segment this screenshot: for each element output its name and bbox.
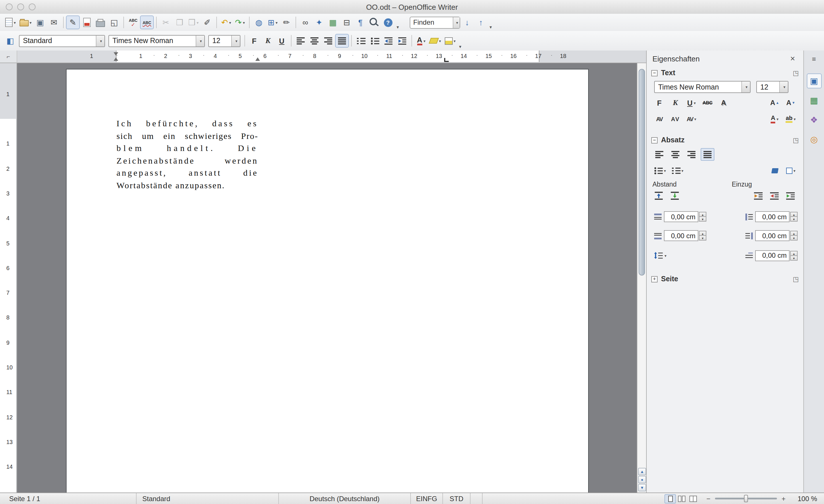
gallery-deck-tab[interactable]: ▦ — [807, 93, 821, 108]
increase-paragraph-spacing-button[interactable] — [652, 189, 666, 202]
edit-file-button[interactable]: ✎ — [66, 15, 80, 29]
view-single-page-button[interactable] — [664, 494, 676, 503]
view-book-button[interactable] — [688, 494, 699, 503]
view-multi-page-button[interactable] — [676, 494, 688, 503]
sidebar-underline-button[interactable]: U ▾ — [685, 96, 698, 109]
document-text[interactable]: Ich befürchte, dass es sich um ein schwi… — [116, 118, 258, 192]
sidebar-align-right-button[interactable] — [685, 148, 698, 161]
styles-deck-tab[interactable]: ❖ — [807, 112, 821, 127]
navigator-button[interactable]: ✦ — [312, 15, 326, 29]
document-page[interactable]: Ich befürchte, dass es sich um ein schwi… — [66, 69, 589, 493]
previous-page-button[interactable]: ▲ — [638, 468, 646, 475]
indent-after-field[interactable]: 0,00 cm — [755, 230, 790, 241]
align-center-button[interactable] — [308, 34, 321, 47]
toolbar-options-button[interactable]: ▾ — [397, 25, 399, 30]
sidebar-italic-button[interactable]: K — [668, 96, 682, 109]
spacing-below-down-button[interactable]: ▾ — [699, 235, 706, 240]
redo-button[interactable]: ↷ ▾ — [233, 15, 247, 29]
indent-before-field[interactable]: 0,00 cm — [755, 211, 790, 222]
align-justify-button[interactable] — [335, 34, 349, 47]
vertical-scrollbar[interactable]: ▲ ● ▼ — [637, 63, 646, 493]
font-name-dropdown-button[interactable]: ▾ — [196, 35, 204, 46]
increase-char-spacing-button[interactable]: AV — [668, 112, 682, 125]
tab-stop-type-button[interactable]: ⌐ — [0, 51, 17, 63]
next-page-button[interactable]: ▼ — [638, 484, 646, 491]
find-input[interactable] — [410, 18, 453, 26]
decrease-char-spacing-button[interactable]: AV — [652, 112, 666, 125]
close-sidebar-button[interactable]: ✕ — [788, 54, 798, 64]
tab-stop-marker[interactable] — [444, 58, 449, 62]
open-button[interactable]: ▾ — [17, 15, 33, 29]
sidebar-shadow-button[interactable]: A — [717, 96, 730, 109]
seite-dialog-launcher[interactable]: ◳ — [793, 275, 799, 283]
hanging-indent-button[interactable] — [784, 189, 798, 202]
background-color-button[interactable]: ▾ — [443, 34, 457, 47]
minimize-window-button[interactable] — [17, 3, 24, 10]
format-paintbrush-button[interactable]: ✐ — [200, 15, 214, 29]
collapse-text-section-button[interactable]: − — [651, 70, 657, 76]
formatting-toolbar-options-button[interactable]: ▾ — [459, 44, 461, 49]
status-page-style[interactable]: Standard — [136, 493, 279, 504]
find-dropdown-button[interactable]: ▾ — [453, 17, 459, 28]
status-selection-mode[interactable]: STD — [443, 493, 471, 504]
styles-window-button[interactable]: ◧ — [3, 34, 17, 47]
spacing-above-down-button[interactable]: ▾ — [699, 216, 706, 222]
numbering-button[interactable] — [354, 34, 368, 47]
cut-button[interactable]: ✂ — [159, 15, 173, 29]
sidebar-align-center-button[interactable] — [668, 148, 682, 161]
sidebar-font-name-dropdown[interactable]: ▾ — [741, 82, 750, 92]
align-left-button[interactable] — [294, 34, 308, 47]
find-toolbar-options-button[interactable]: ▾ — [490, 25, 492, 30]
align-right-button[interactable] — [321, 34, 335, 47]
hyperlink-button[interactable]: ◍ — [252, 15, 266, 29]
left-indent-marker[interactable] — [114, 58, 118, 61]
data-sources-button[interactable]: ⊟ — [340, 15, 353, 29]
status-language[interactable]: Deutsch (Deutschland) — [279, 493, 411, 504]
print-button[interactable] — [94, 15, 107, 29]
font-size-dropdown-button[interactable]: ▾ — [231, 35, 240, 46]
sidebar-font-name-combo[interactable]: Times New Roman ▾ — [654, 81, 750, 93]
autospellcheck-button[interactable]: ABC — [140, 15, 154, 29]
help-button[interactable]: ? — [381, 15, 395, 29]
undo-button[interactable]: ↶ ▾ — [219, 15, 233, 29]
increase-indent-button[interactable] — [395, 34, 409, 47]
first-line-indent-down-button[interactable]: ▾ — [790, 255, 798, 260]
sidebar-font-color-button[interactable]: A ▾ — [768, 112, 782, 125]
find-previous-button[interactable]: ↑ — [474, 15, 488, 29]
zoom-out-button[interactable]: − — [705, 495, 712, 503]
decrease-paragraph-spacing-button[interactable] — [668, 189, 682, 202]
sidebar-strikethrough-button[interactable]: ABC — [701, 96, 714, 109]
find-next-button[interactable]: ↓ — [460, 15, 474, 29]
sidebar-align-justify-button[interactable] — [701, 148, 714, 161]
properties-deck-tab[interactable]: ▣ — [807, 74, 821, 88]
sidebar-bullets-button[interactable]: ▾ — [652, 164, 667, 177]
paragraph-background-color-button[interactable]: ▾ — [784, 164, 798, 177]
draw-functions-button[interactable]: ✏ — [280, 15, 293, 29]
font-color-button[interactable]: A ▾ — [414, 34, 428, 47]
table-button[interactable]: ⊞ ▾ — [266, 15, 280, 29]
italic-button[interactable]: K — [261, 34, 275, 47]
save-button[interactable]: ▣ — [33, 15, 47, 29]
bullets-button[interactable] — [368, 34, 382, 47]
sidebar-align-left-button[interactable] — [652, 148, 666, 161]
gallery-button[interactable]: ▦ — [326, 15, 340, 29]
zoom-button[interactable] — [367, 15, 381, 29]
absatz-dialog-launcher[interactable]: ◳ — [793, 136, 799, 144]
status-insert-mode[interactable]: EINFG — [411, 493, 443, 504]
collapse-absatz-section-button[interactable]: − — [651, 137, 657, 143]
sidebar-numbering-button[interactable]: ▾ — [670, 164, 685, 177]
first-line-indent-field[interactable]: 0,00 cm — [755, 250, 790, 261]
sidebar-highlight-button[interactable]: ab ▾ — [784, 112, 798, 125]
paragraph-style-dropdown-button[interactable]: ▾ — [96, 35, 104, 46]
scrollbar-thumb[interactable] — [639, 69, 645, 276]
zoom-slider[interactable] — [715, 498, 777, 499]
page-preview-button[interactable]: ◱ — [107, 15, 121, 29]
zoom-window-button[interactable] — [29, 3, 35, 10]
bold-button[interactable]: F — [247, 34, 261, 47]
expand-seite-section-button[interactable]: + — [651, 276, 657, 282]
spacing-below-field[interactable]: 0,00 cm — [664, 230, 698, 241]
right-indent-marker[interactable] — [255, 58, 260, 61]
first-line-indent-marker[interactable] — [114, 52, 118, 56]
formatting-marks-button[interactable]: ¶ — [353, 15, 367, 29]
char-spacing-dropdown-button[interactable]: AV ▾ — [685, 112, 698, 125]
